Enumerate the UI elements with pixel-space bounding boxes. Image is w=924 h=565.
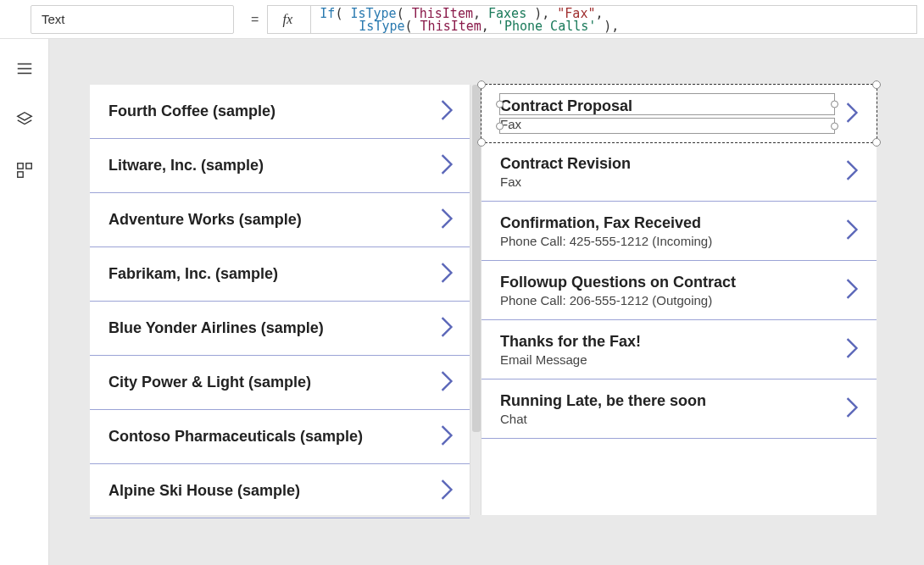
resize-handle[interactable] [872,80,881,89]
formula-toolbar: Text = fx If( IsType( ThisItem, Faxes ),… [0,0,924,39]
svg-rect-2 [17,172,22,177]
chevron-right-icon [439,153,454,179]
chevron-right-icon [439,370,454,396]
resize-handle[interactable] [477,138,486,147]
resize-handle[interactable] [831,122,838,130]
chevron-right-icon [439,99,454,125]
resize-handle[interactable] [496,122,504,130]
equals-sign: = [251,12,259,27]
resize-handle[interactable] [872,138,881,147]
activity-row[interactable]: Contract Revision Fax [481,142,877,202]
account-name: Alpine Ski House (sample) [109,482,300,500]
chevron-right-icon [844,337,860,363]
activity-row[interactable]: Followup Questions on Contract Phone Cal… [481,261,877,320]
activity-subtitle: Fax [500,174,631,189]
chevron-right-icon [844,219,860,244]
activity-subtitle: Email Message [500,352,641,367]
activity-subtitle: Phone Call: 206-555-1212 (Outgoing) [500,293,736,307]
chevron-right-icon [439,424,454,450]
account-name: Contoso Pharmaceuticals (sample) [109,428,363,446]
svg-rect-1 [25,163,31,169]
activity-subtitle: Chat [500,412,706,426]
account-name: Litware, Inc. (sample) [109,157,264,174]
hamburger-icon[interactable] [15,59,34,81]
account-row[interactable]: Contoso Pharmaceuticals (sample) [90,410,470,464]
account-row[interactable]: Litware, Inc. (sample) [90,139,470,193]
activity-subtitle: Phone Call: 425-555-1212 (Incoming) [500,234,712,248]
property-selected-label: Text [42,12,65,26]
chevron-right-icon [439,316,454,341]
chevron-right-icon [439,479,454,504]
account-row[interactable]: Fourth Coffee (sample) [90,85,470,139]
chevron-right-icon [439,262,454,287]
activity-title: Thanks for the Fax! [500,333,641,351]
account-row[interactable]: City Power & Light (sample) [90,356,470,410]
fx-label: fx [283,12,293,27]
apps-icon[interactable] [15,161,34,183]
account-name: Fabrikam, Inc. (sample) [109,265,278,283]
activity-row[interactable]: Running Late, be there soon Chat [481,379,877,439]
scrollbar[interactable] [470,85,481,515]
resize-handle[interactable] [496,101,504,108]
chevron-right-icon [844,102,860,127]
title-selection-box[interactable] [499,93,835,115]
formula-input[interactable]: If( IsType( ThisItem, Faxes ), "Fax",IsT… [311,5,917,34]
accounts-gallery[interactable]: Fourth Coffee (sample) Litware, Inc. (sa… [90,85,470,515]
svg-rect-0 [17,163,22,169]
activity-title: Confirmation, Fax Received [500,214,712,232]
property-selector[interactable]: Text [31,5,234,34]
chevron-right-icon [439,208,454,233]
subtitle-selection-box[interactable] [499,118,835,134]
activity-title: Contract Revision [500,155,631,173]
left-nav-rail [0,39,49,565]
chevron-right-icon [844,278,860,303]
account-name: Blue Yonder Airlines (sample) [109,319,324,337]
activity-title: Running Late, be there soon [500,392,706,410]
activity-row[interactable]: Confirmation, Fax Received Phone Call: 4… [481,202,877,261]
chevron-right-icon [844,396,860,422]
layers-icon[interactable] [15,110,34,132]
activity-row[interactable]: Contract Proposal Fax [481,84,877,143]
scrollbar-thumb[interactable] [472,85,481,432]
activities-gallery[interactable]: Contract Proposal Fax Contract Revision … [481,85,877,515]
account-row[interactable]: Fabrikam, Inc. (sample) [90,247,470,302]
canvas-area: Fourth Coffee (sample) Litware, Inc. (sa… [49,39,924,565]
resize-handle[interactable] [477,80,486,89]
activity-title: Followup Questions on Contract [500,274,736,291]
account-name: Adventure Works (sample) [109,211,302,229]
account-row[interactable]: Adventure Works (sample) [90,193,470,247]
resize-handle[interactable] [831,101,838,108]
activity-row[interactable]: Thanks for the Fax! Email Message [481,320,877,379]
account-row[interactable]: Alpine Ski House (sample) [90,464,470,518]
account-name: Fourth Coffee (sample) [109,102,276,120]
account-name: City Power & Light (sample) [109,374,311,391]
chevron-right-icon [844,159,860,185]
account-row[interactable]: Blue Yonder Airlines (sample) [90,302,470,356]
app-preview: Fourth Coffee (sample) Litware, Inc. (sa… [90,85,877,515]
fx-button[interactable]: fx [267,5,311,34]
